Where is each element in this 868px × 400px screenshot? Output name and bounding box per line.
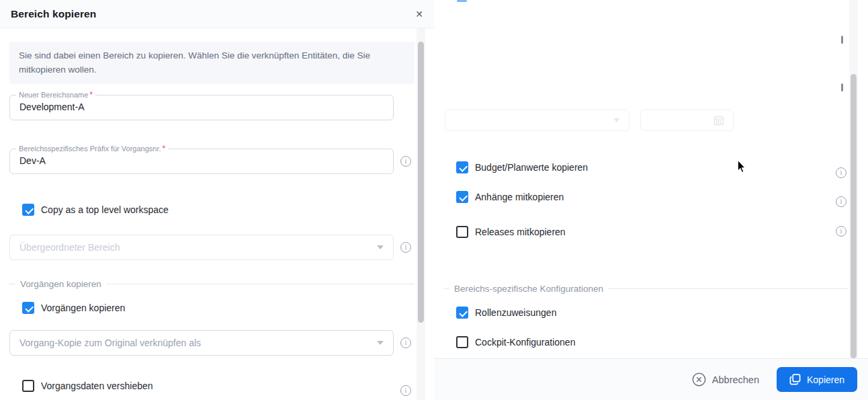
budget-checkbox[interactable] — [456, 161, 468, 173]
attachments-checkbox[interactable] — [456, 191, 468, 203]
info-icon[interactable]: i — [400, 337, 411, 348]
copy-items-checkbox[interactable] — [22, 302, 34, 314]
new-workspace-name-field[interactable]: Neuer Bereichsname* — [9, 95, 394, 120]
info-icon[interactable]: i — [836, 226, 847, 237]
copy-icon — [789, 374, 801, 385]
link-copy-select[interactable]: Vorgang-Kopie zum Original verknüpfen al… — [9, 330, 394, 356]
info-icon[interactable]: i — [836, 167, 847, 178]
checkbox-label: Releases mitkopieren — [475, 227, 566, 237]
attachments-row: Anhänge mitkopieren — [456, 191, 564, 203]
clipped-checkbox-edge — [457, 0, 467, 2]
chevron-down-icon — [377, 245, 384, 249]
chevron-down-icon — [613, 118, 620, 122]
checkbox-label: Vorgangsdaten vershieben — [41, 381, 153, 391]
copy-workspace-dialog: Bereich kopieren ✕ Sie sind dabei einen … — [0, 0, 868, 400]
copy-label: Kopieren — [807, 374, 844, 385]
cancel-label: Abbrechen — [712, 374, 759, 385]
info-banner: Sie sind dabei einen Bereich zu kopieren… — [9, 42, 415, 84]
disabled-select-clipped — [445, 110, 630, 131]
info-icon[interactable]: i — [836, 196, 847, 207]
dialog-footer: Abbrechen Kopieren — [434, 358, 868, 400]
left-scrollbar-thumb[interactable] — [418, 42, 424, 323]
parent-workspace-select[interactable]: Übergeordneter Bereich — [9, 235, 394, 260]
new-workspace-name-input[interactable] — [19, 102, 384, 112]
select-placeholder: Vorgang-Kopie zum Original verknüpfen al… — [19, 337, 201, 348]
top-level-workspace-checkbox[interactable] — [22, 204, 34, 216]
cockpit-configs-row: Cockpit-Konfigurationen — [456, 336, 575, 348]
section-workspace-configs: Bereichs-spezifische Konfigurationen — [443, 283, 848, 294]
dialog-header: Bereich kopieren ✕ — [0, 0, 434, 28]
field-label: Bereichsspezifisches Präfix für Vorgangs… — [19, 145, 161, 153]
select-placeholder: Übergeordneter Bereich — [19, 242, 120, 253]
top-level-workspace-row: Copy as a top level workspace — [22, 204, 169, 216]
cancel-button[interactable]: Abbrechen — [692, 372, 759, 387]
required-marker: * — [89, 90, 93, 99]
info-icon[interactable]: i — [400, 156, 411, 167]
role-assignments-checkbox[interactable] — [456, 307, 468, 319]
checkbox-label: Copy as a top level workspace — [41, 204, 169, 215]
disabled-date-field-clipped — [640, 110, 734, 131]
releases-row: Releases mitkopieren — [456, 226, 566, 238]
clipped-icon-fragment — [841, 36, 843, 44]
move-data-row: Vorgangsdaten vershieben — [22, 380, 153, 392]
move-data-checkbox[interactable] — [22, 380, 34, 392]
dialog-title: Bereich kopieren — [11, 8, 96, 20]
cockpit-configs-checkbox[interactable] — [456, 336, 468, 348]
role-assignments-row: Rollenzuweisungen — [456, 307, 556, 319]
close-icon[interactable]: ✕ — [414, 8, 425, 20]
info-icon[interactable]: i — [400, 385, 411, 396]
clipped-icon-fragment — [841, 83, 843, 91]
dialog-left-pane: Bereich kopieren ✕ Sie sind dabei einen … — [0, 0, 434, 400]
releases-checkbox[interactable] — [456, 226, 468, 238]
checkbox-label: Anhänge mitkopieren — [475, 192, 564, 202]
prefix-input[interactable] — [19, 155, 384, 166]
checkbox-label: Cockpit-Konfigurationen — [475, 337, 575, 348]
checkbox-label: Budget/Planwerte kopieren — [475, 162, 588, 173]
required-marker: * — [163, 144, 166, 153]
budget-row: Budget/Planwerte kopieren — [456, 161, 588, 173]
right-scrollbar-thumb[interactable] — [851, 74, 857, 358]
chevron-down-icon — [377, 341, 384, 345]
circle-x-icon — [692, 372, 706, 387]
checkbox-label: Rollenzuweisungen — [475, 307, 556, 318]
copy-button[interactable]: Kopieren — [777, 367, 857, 392]
copy-items-row: Vorgängen kopieren — [22, 302, 125, 314]
field-label: Neuer Bereichsname — [19, 91, 88, 99]
calendar-icon — [713, 115, 724, 126]
checkbox-label: Vorgängen kopieren — [41, 303, 125, 313]
dialog-right-pane: Budget/Planwerte kopieren i Anhänge mitk… — [434, 0, 868, 400]
prefix-field[interactable]: Bereichsspezifisches Präfix für Vorgangs… — [9, 149, 394, 174]
info-icon[interactable]: i — [400, 242, 411, 253]
section-items-copy: Vorgängen kopieren — [9, 278, 415, 289]
